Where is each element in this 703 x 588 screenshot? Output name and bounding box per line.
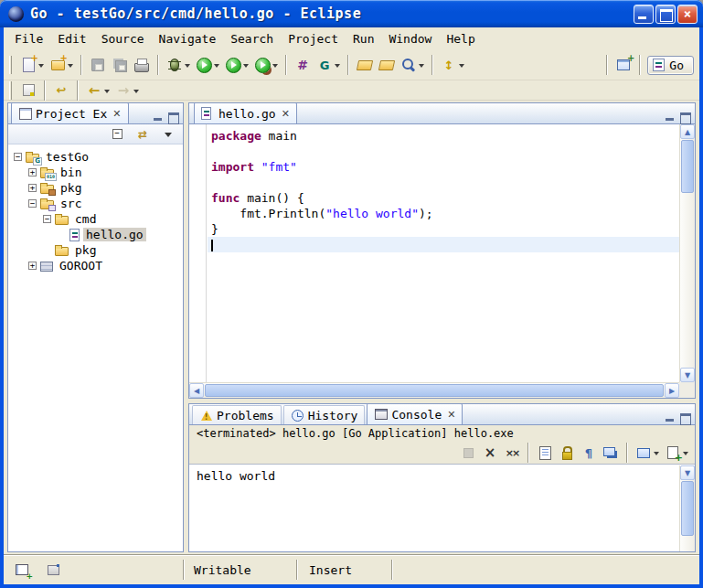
open-resource-button[interactable] xyxy=(356,56,374,74)
chevron-down-icon[interactable] xyxy=(214,64,219,70)
go-tools-button[interactable]: G xyxy=(315,56,341,74)
code-line[interactable]: import "fmt" xyxy=(211,159,679,175)
close-tab-icon[interactable]: ✕ xyxy=(447,409,455,421)
chevron-down-icon[interactable] xyxy=(104,90,110,96)
console-output[interactable]: hello world ▲ ▼ xyxy=(189,464,695,551)
scroll-right-button[interactable]: ▶ xyxy=(665,383,679,398)
fast-view-bar-button[interactable] xyxy=(13,561,31,579)
code-line[interactable]: fmt.Println("hello world"); xyxy=(211,206,679,221)
chevron-down-icon[interactable] xyxy=(133,90,139,96)
menu-help[interactable]: Help xyxy=(439,30,482,48)
code-area[interactable]: package mainimport "fmt"func main() { fm… xyxy=(208,124,679,382)
close-tab-icon[interactable]: ✕ xyxy=(282,108,290,120)
maximize-view-button[interactable] xyxy=(165,111,180,123)
tree-item-hello-go[interactable]: hello.go xyxy=(8,227,183,242)
back-button[interactable]: ← xyxy=(85,81,111,100)
run-button[interactable] xyxy=(195,56,220,74)
expand-icon[interactable]: + xyxy=(28,184,37,192)
debug-button[interactable] xyxy=(165,56,191,74)
chevron-down-icon[interactable] xyxy=(419,64,424,70)
collapse-icon[interactable]: − xyxy=(28,199,37,208)
tab-console[interactable]: Console✕ xyxy=(367,403,463,424)
external-tools-button[interactable] xyxy=(253,56,279,74)
tab-project-explorer[interactable]: Project Ex ✕ xyxy=(11,102,129,123)
open-type-button[interactable] xyxy=(378,56,396,74)
menu-edit[interactable]: Edit xyxy=(50,30,93,48)
title-bar[interactable]: Go - testGo/src/cmd/hello.go - Eclipse × xyxy=(0,0,703,27)
tab-hello-go[interactable]: hello.go ✕ xyxy=(194,102,297,123)
code-line[interactable] xyxy=(208,237,679,252)
pin-console-button[interactable] xyxy=(602,444,620,462)
minimize-view-button[interactable] xyxy=(663,412,677,424)
tab-history[interactable]: History xyxy=(283,405,366,424)
chevron-down-icon[interactable] xyxy=(459,64,464,70)
maximize-view-button[interactable] xyxy=(677,412,692,424)
chevron-down-icon[interactable] xyxy=(185,64,190,70)
chevron-down-icon[interactable] xyxy=(683,452,688,458)
tree-item-pkg[interactable]: +pkg xyxy=(8,180,183,196)
menu-search[interactable]: Search xyxy=(223,30,281,48)
collapse-icon[interactable]: − xyxy=(43,215,51,223)
go-launch-status-icon[interactable] xyxy=(44,561,62,579)
code-line[interactable]: package main xyxy=(211,128,679,144)
run-history-button[interactable] xyxy=(224,56,250,74)
toolbar-handle[interactable] xyxy=(9,81,12,100)
new-project-button[interactable] xyxy=(48,56,74,74)
chevron-down-icon[interactable] xyxy=(335,64,340,70)
remove-all-launches-button[interactable]: ×× xyxy=(503,444,521,462)
scroll-down-button[interactable]: ▼ xyxy=(680,368,695,382)
tree-item-cmd[interactable]: −cmd xyxy=(8,211,183,227)
display-selected-console-button[interactable] xyxy=(634,444,660,462)
search-button[interactable] xyxy=(399,56,425,74)
tree-item-testgo[interactable]: −testGo xyxy=(8,149,183,165)
scrollbar-thumb[interactable] xyxy=(681,140,694,193)
code-line[interactable]: } xyxy=(211,221,679,237)
scroll-down-button[interactable]: ▼ xyxy=(680,465,695,480)
clear-console-button[interactable] xyxy=(536,444,554,462)
go-test-button[interactable]: # xyxy=(293,56,312,74)
menu-project[interactable]: Project xyxy=(281,30,346,48)
tree-item-bin[interactable]: +bin xyxy=(8,165,183,180)
tree-item-src[interactable]: −src xyxy=(8,196,183,211)
editor-vertical-scrollbar[interactable]: ▲ ▼ xyxy=(679,124,695,382)
annotation-nav-button[interactable]: ↕ xyxy=(440,56,465,74)
close-button[interactable]: × xyxy=(677,5,698,24)
code-line[interactable]: func main() { xyxy=(211,190,679,206)
editor-horizontal-scrollbar[interactable]: ◀ ▶ xyxy=(189,382,679,398)
go-perspective-button[interactable]: Go xyxy=(647,56,694,75)
chevron-down-icon[interactable] xyxy=(68,64,73,70)
menu-file[interactable]: File xyxy=(7,30,50,48)
code-line[interactable] xyxy=(211,144,679,159)
menu-source[interactable]: Source xyxy=(94,30,152,48)
expand-icon[interactable]: + xyxy=(28,168,37,176)
collapse-all-button[interactable] xyxy=(108,125,126,144)
open-perspective-button[interactable] xyxy=(614,56,633,74)
scrollbar-thumb[interactable] xyxy=(681,481,694,536)
tree-item-goroot[interactable]: +GOROOT xyxy=(8,258,183,273)
tree-item-pkg[interactable]: pkg xyxy=(8,242,183,258)
maximize-button[interactable] xyxy=(655,5,676,24)
minimize-view-button[interactable] xyxy=(663,111,677,123)
scroll-left-button[interactable]: ◀ xyxy=(189,383,204,398)
scroll-lock-button[interactable] xyxy=(558,444,576,462)
view-menu-button[interactable] xyxy=(159,125,177,144)
menu-navigate[interactable]: Navigate xyxy=(152,30,224,48)
menu-run[interactable]: Run xyxy=(346,30,381,48)
word-wrap-button[interactable]: ¶ xyxy=(580,444,598,462)
code-line[interactable] xyxy=(211,175,679,190)
remove-launch-button[interactable]: × xyxy=(481,444,499,462)
open-console-button[interactable] xyxy=(664,444,689,462)
console-vertical-scrollbar[interactable]: ▲ ▼ xyxy=(679,465,695,551)
scrollbar-thumb[interactable] xyxy=(205,384,664,397)
tab-problems[interactable]: Problems xyxy=(192,405,282,424)
close-tab-icon[interactable]: ✕ xyxy=(112,108,121,120)
chevron-down-icon[interactable] xyxy=(243,64,249,70)
chevron-down-icon[interactable] xyxy=(654,452,659,458)
collapse-icon[interactable]: − xyxy=(14,153,22,161)
chevron-down-icon[interactable] xyxy=(38,64,44,70)
toolbar-handle[interactable] xyxy=(9,56,12,74)
expand-icon[interactable]: + xyxy=(28,262,37,270)
new-wizard-button[interactable] xyxy=(19,56,45,74)
link-with-editor-button[interactable]: ⇄ xyxy=(133,125,152,144)
chevron-down-icon[interactable] xyxy=(272,64,278,70)
